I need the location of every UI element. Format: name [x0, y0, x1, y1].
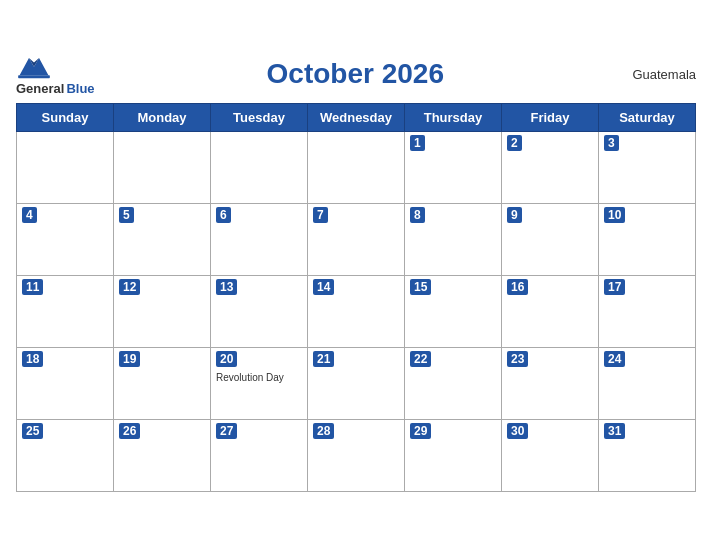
day-number: 9: [507, 207, 522, 223]
calendar-day-cell: [114, 131, 211, 203]
day-number: 14: [313, 279, 334, 295]
header-saturday: Saturday: [599, 103, 696, 131]
calendar-week-row: 181920Revolution Day21222324: [17, 347, 696, 419]
header-tuesday: Tuesday: [211, 103, 308, 131]
calendar-day-cell: 28: [308, 419, 405, 491]
svg-rect-2: [18, 76, 50, 79]
country-name: Guatemala: [616, 67, 696, 82]
header-wednesday: Wednesday: [308, 103, 405, 131]
calendar-day-cell: 13: [211, 275, 308, 347]
logo-area: General Blue: [16, 52, 95, 96]
day-number: 18: [22, 351, 43, 367]
calendar-day-cell: [211, 131, 308, 203]
month-title: October 2026: [95, 58, 616, 90]
calendar-day-cell: 25: [17, 419, 114, 491]
day-number: 20: [216, 351, 237, 367]
logo-combined: General Blue: [16, 82, 95, 96]
day-number: 19: [119, 351, 140, 367]
calendar-week-row: 25262728293031: [17, 419, 696, 491]
calendar-day-cell: 1: [405, 131, 502, 203]
weekday-header-row: Sunday Monday Tuesday Wednesday Thursday…: [17, 103, 696, 131]
calendar-day-cell: 10: [599, 203, 696, 275]
day-number: 15: [410, 279, 431, 295]
calendar-day-cell: 9: [502, 203, 599, 275]
day-number: 31: [604, 423, 625, 439]
day-number: 27: [216, 423, 237, 439]
day-number: 30: [507, 423, 528, 439]
day-number: 25: [22, 423, 43, 439]
calendar-day-cell: 15: [405, 275, 502, 347]
calendar-day-cell: 27: [211, 419, 308, 491]
calendar-day-cell: 6: [211, 203, 308, 275]
calendar-day-cell: 21: [308, 347, 405, 419]
day-number: 6: [216, 207, 231, 223]
day-number: 23: [507, 351, 528, 367]
day-number: 29: [410, 423, 431, 439]
calendar-day-cell: 22: [405, 347, 502, 419]
day-number: 4: [22, 207, 37, 223]
header-monday: Monday: [114, 103, 211, 131]
calendar-day-cell: 7: [308, 203, 405, 275]
calendar-header: General Blue October 2026 Guatemala: [16, 52, 696, 96]
calendar-day-cell: 8: [405, 203, 502, 275]
calendar-week-row: 11121314151617: [17, 275, 696, 347]
day-number: 2: [507, 135, 522, 151]
header-sunday: Sunday: [17, 103, 114, 131]
calendar-day-cell: 17: [599, 275, 696, 347]
calendar-day-cell: 29: [405, 419, 502, 491]
calendar-day-cell: 3: [599, 131, 696, 203]
calendar-day-cell: 5: [114, 203, 211, 275]
svg-marker-0: [20, 58, 49, 75]
day-number: 13: [216, 279, 237, 295]
calendar-day-cell: 26: [114, 419, 211, 491]
day-number: 11: [22, 279, 43, 295]
calendar-week-row: 45678910: [17, 203, 696, 275]
day-number: 24: [604, 351, 625, 367]
logo-general-text: General: [16, 82, 64, 96]
calendar-day-cell: 19: [114, 347, 211, 419]
day-number: 26: [119, 423, 140, 439]
day-number: 5: [119, 207, 134, 223]
header-friday: Friday: [502, 103, 599, 131]
logo-blue-text: Blue: [66, 82, 94, 96]
calendar-day-cell: 16: [502, 275, 599, 347]
calendar-day-cell: 20Revolution Day: [211, 347, 308, 419]
calendar-wrapper: General Blue October 2026 Guatemala Sund…: [0, 42, 712, 507]
day-number: 21: [313, 351, 334, 367]
day-number: 16: [507, 279, 528, 295]
calendar-day-cell: [17, 131, 114, 203]
calendar-day-cell: 18: [17, 347, 114, 419]
day-number: 8: [410, 207, 425, 223]
logo-icon: [16, 52, 52, 80]
calendar-week-row: 123: [17, 131, 696, 203]
day-number: 17: [604, 279, 625, 295]
calendar-table: Sunday Monday Tuesday Wednesday Thursday…: [16, 103, 696, 492]
event-label: Revolution Day: [216, 371, 302, 384]
calendar-day-cell: 4: [17, 203, 114, 275]
day-number: 3: [604, 135, 619, 151]
calendar-day-cell: [308, 131, 405, 203]
calendar-day-cell: 23: [502, 347, 599, 419]
calendar-day-cell: 31: [599, 419, 696, 491]
calendar-day-cell: 30: [502, 419, 599, 491]
day-number: 12: [119, 279, 140, 295]
day-number: 22: [410, 351, 431, 367]
day-number: 10: [604, 207, 625, 223]
calendar-day-cell: 2: [502, 131, 599, 203]
day-number: 1: [410, 135, 425, 151]
calendar-day-cell: 14: [308, 275, 405, 347]
calendar-day-cell: 12: [114, 275, 211, 347]
day-number: 7: [313, 207, 328, 223]
day-number: 28: [313, 423, 334, 439]
calendar-day-cell: 24: [599, 347, 696, 419]
header-thursday: Thursday: [405, 103, 502, 131]
calendar-day-cell: 11: [17, 275, 114, 347]
